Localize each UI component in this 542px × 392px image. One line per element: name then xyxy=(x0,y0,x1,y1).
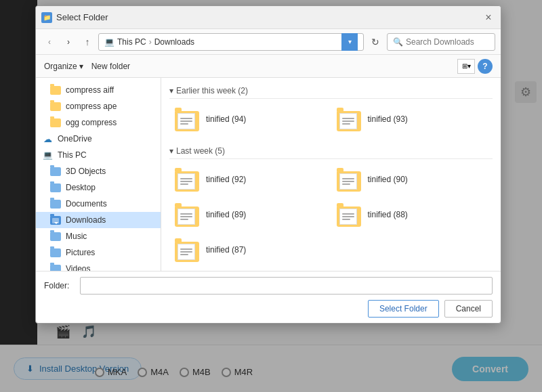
search-box: 🔍 xyxy=(387,33,495,51)
folder-thumb-93 xyxy=(335,107,362,131)
tree-label-ogg: ogg compress xyxy=(66,118,117,127)
folder-grid-earlier-this-week: tinified (94) tinified (93) xyxy=(169,104,493,134)
folder-thumb-92 xyxy=(173,167,201,192)
cancel-button[interactable]: Cancel xyxy=(444,300,493,318)
help-button[interactable]: ? xyxy=(478,59,493,74)
tree-item-downloads[interactable]: Downloads xyxy=(36,212,161,228)
folder-thumb-94 xyxy=(173,107,201,131)
nav-sep1: › xyxy=(149,37,152,47)
folder-label-text: Folder: xyxy=(44,281,75,290)
dialog-title-bar: 📁 Select Folder × xyxy=(36,6,501,29)
search-icon: 🔍 xyxy=(393,37,403,47)
tree-label-compress-aiff: compress aiff xyxy=(66,85,114,95)
select-folder-button[interactable]: Select Folder xyxy=(368,300,439,318)
folder-icon-compress-ape xyxy=(49,100,62,112)
organize-button[interactable]: Organize ▾ xyxy=(44,62,83,71)
dialog-body: compress aiff compress ape ogg compress … xyxy=(36,78,501,271)
location-bar: 💻 This PC › Downloads ▾ xyxy=(98,33,364,51)
button-row: Select Folder Cancel xyxy=(44,300,493,318)
tree-label-thispc: This PC xyxy=(58,150,87,160)
forward-button[interactable]: › xyxy=(60,34,77,50)
tree-label-videos: Videos xyxy=(66,264,90,271)
tree-item-thispc[interactable]: 💻 This PC xyxy=(36,147,161,163)
section-earlier-this-week: ▾ Earlier this week (2) xyxy=(169,82,493,99)
left-panel: compress aiff compress ape ogg compress … xyxy=(36,78,161,271)
folder-label-94: tinified (94) xyxy=(206,114,246,124)
tree-item-videos[interactable]: Videos xyxy=(36,261,161,271)
folder-icon-3dobjects xyxy=(49,165,62,177)
dialog-title: Select Folder xyxy=(56,12,108,22)
tree-item-onedrive[interactable]: ☁ OneDrive xyxy=(36,131,161,147)
tree-label-3dobjects: 3D Objects xyxy=(66,167,106,176)
organize-arrow: ▾ xyxy=(79,62,83,71)
folder-label-90: tinified (90) xyxy=(368,175,408,184)
folder-thumb-87 xyxy=(173,238,201,262)
folder-item-93[interactable]: tinified (93) xyxy=(331,104,493,134)
tree-item-ogg[interactable]: ogg compress xyxy=(36,114,161,131)
tree-item-pictures[interactable]: Pictures xyxy=(36,244,161,261)
folder-label-93: tinified (93) xyxy=(368,114,408,124)
tree-item-compress-aiff[interactable]: compress aiff xyxy=(36,82,161,98)
nav-bar: ‹ › ↑ 💻 This PC › Downloads ▾ ↻ 🔍 xyxy=(36,29,501,55)
folder-label-88: tinified (88) xyxy=(368,210,408,219)
folder-icon-ogg xyxy=(49,116,62,129)
right-panel: ▾ Earlier this week (2) xyxy=(161,78,501,271)
folder-item-88[interactable]: tinified (88) xyxy=(331,200,493,230)
back-button[interactable]: ‹ xyxy=(41,34,58,50)
organize-label: Organize xyxy=(44,62,77,71)
folder-icon-music xyxy=(49,230,62,242)
tree-item-compress-ape[interactable]: compress ape xyxy=(36,98,161,114)
folder-icon-downloads xyxy=(49,214,62,226)
new-folder-label: New folder xyxy=(91,62,130,71)
folder-label-89: tinified (89) xyxy=(206,210,246,219)
folder-thumb-90 xyxy=(335,167,362,192)
tree-item-music[interactable]: Music xyxy=(36,228,161,244)
chevron-last-week: ▾ xyxy=(169,146,173,156)
select-folder-dialog: 📁 Select Folder × ‹ › ↑ 💻 This PC › Down… xyxy=(35,5,501,324)
folder-thumb-88 xyxy=(335,202,362,227)
tree-label-downloads: Downloads xyxy=(66,215,106,225)
toolbar: Organize ▾ New folder ⊞▾ ? xyxy=(36,55,501,78)
folder-input[interactable] xyxy=(80,277,493,295)
pc-icon: 💻 xyxy=(41,149,54,161)
close-button[interactable]: × xyxy=(482,11,495,24)
folder-item-89[interactable]: tinified (89) xyxy=(169,200,331,230)
folder-input-row: Folder: xyxy=(44,277,493,295)
folder-item-87[interactable]: tinified (87) xyxy=(169,235,331,265)
location-icon: 💻 xyxy=(104,37,114,47)
search-input[interactable] xyxy=(406,37,487,47)
folder-icon-videos xyxy=(49,263,62,271)
section-title-last-week: Last week (5) xyxy=(176,146,225,156)
tree-item-documents[interactable]: Documents xyxy=(36,196,161,212)
new-folder-button[interactable]: New folder xyxy=(91,62,130,71)
folder-item-94[interactable]: tinified (94) xyxy=(169,104,331,134)
folder-icon-compress-aiff xyxy=(49,84,62,96)
onedrive-icon: ☁ xyxy=(41,133,54,145)
toolbar-right: ⊞▾ ? xyxy=(457,59,493,74)
tree-label-music: Music xyxy=(66,232,87,241)
section-title-earlier-this-week: Earlier this week (2) xyxy=(176,86,248,95)
chevron-earlier-this-week: ▾ xyxy=(169,86,173,95)
folder-icon-pictures xyxy=(49,246,62,259)
view-button[interactable]: ⊞▾ xyxy=(457,59,475,74)
tree-label-desktop: Desktop xyxy=(66,183,96,192)
up-button[interactable]: ↑ xyxy=(79,34,96,50)
tree-label-compress-ape: compress ape xyxy=(66,102,117,111)
location-part2: Downloads xyxy=(154,37,194,47)
tree-item-3dobjects[interactable]: 3D Objects xyxy=(36,163,161,179)
folder-label-92: tinified (92) xyxy=(206,175,246,184)
tree-label-documents: Documents xyxy=(66,199,107,209)
folder-thumb-89 xyxy=(173,202,201,227)
section-last-week: ▾ Last week (5) xyxy=(169,142,493,159)
folder-item-90[interactable]: tinified (90) xyxy=(331,165,493,194)
location-dropdown[interactable]: ▾ xyxy=(341,33,358,51)
refresh-button[interactable]: ↻ xyxy=(367,33,384,51)
folder-grid-last-week: tinified (92) tinified (90) tinified (89… xyxy=(169,165,493,265)
folder-label-87: tinified (87) xyxy=(206,245,246,255)
tree-item-desktop[interactable]: Desktop xyxy=(36,179,161,196)
folder-icon-desktop xyxy=(49,181,62,194)
tree-label-pictures: Pictures xyxy=(66,248,95,257)
folder-item-92[interactable]: tinified (92) xyxy=(169,165,331,194)
tree-label-onedrive: OneDrive xyxy=(58,134,92,144)
title-left: 📁 Select Folder xyxy=(41,12,108,23)
